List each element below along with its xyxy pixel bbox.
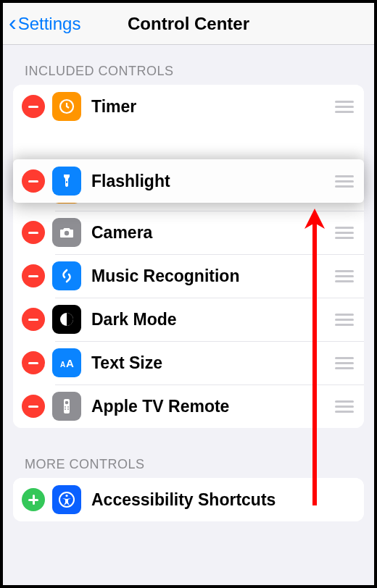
- remove-button[interactable]: [22, 169, 45, 193]
- darkmode-icon: [52, 305, 81, 334]
- svg-text:A: A: [66, 357, 74, 369]
- row-camera[interactable]: Camera: [13, 211, 364, 254]
- drag-handle-icon[interactable]: [331, 400, 354, 413]
- drag-handle-icon[interactable]: [331, 175, 354, 188]
- chevron-left-icon: ‹: [9, 11, 17, 34]
- section-header-more: More Controls: [3, 428, 374, 478]
- row-timer[interactable]: Timer: [13, 85, 364, 128]
- included-controls-list: Timer Calculator Camera: [13, 85, 364, 428]
- remove-button[interactable]: [22, 221, 45, 244]
- remove-button[interactable]: [22, 351, 45, 374]
- remove-button[interactable]: [22, 308, 45, 331]
- section-header-included: Included Controls: [3, 45, 374, 85]
- row-text-size[interactable]: AA Text Size: [13, 341, 364, 385]
- remove-button[interactable]: [22, 95, 45, 118]
- accessibility-icon: [52, 485, 81, 514]
- nav-bar: ‹ Settings Control Center: [3, 3, 374, 45]
- textsize-icon: AA: [52, 348, 81, 377]
- svg-point-16: [67, 406, 69, 408]
- row-music-recognition[interactable]: Music Recognition: [13, 254, 364, 298]
- svg-rect-19: [66, 181, 67, 183]
- more-controls-list: Accessibility Shortcuts: [13, 478, 364, 521]
- camera-icon: [52, 218, 81, 247]
- row-label: Timer: [91, 97, 331, 117]
- remote-icon: [52, 392, 81, 421]
- row-label: Dark Mode: [91, 310, 331, 329]
- row-label: Flashlight: [91, 172, 331, 191]
- svg-point-14: [65, 401, 69, 405]
- row-label: Apple TV Remote: [91, 397, 331, 416]
- svg-point-9: [65, 231, 69, 235]
- row-label: Camera: [91, 223, 331, 243]
- timer-icon: [52, 92, 81, 121]
- back-label: Settings: [18, 14, 81, 34]
- row-dark-mode[interactable]: Dark Mode: [13, 298, 364, 341]
- row-label: Text Size: [91, 353, 331, 373]
- remove-button[interactable]: [22, 264, 45, 287]
- remove-button[interactable]: [22, 395, 45, 418]
- flashlight-icon: [52, 167, 81, 196]
- row-label: Accessibility Shortcuts: [91, 490, 354, 510]
- back-button[interactable]: ‹ Settings: [9, 13, 80, 34]
- row-flashlight-dragging[interactable]: Flashlight: [13, 159, 364, 203]
- drag-handle-icon[interactable]: [331, 314, 354, 326]
- drag-handle-icon[interactable]: [331, 227, 354, 239]
- svg-text:A: A: [60, 361, 65, 369]
- svg-point-18: [67, 408, 69, 410]
- svg-point-17: [65, 408, 66, 410]
- drag-handle-icon[interactable]: [331, 357, 354, 369]
- row-label: Music Recognition: [91, 266, 331, 286]
- add-button[interactable]: [22, 488, 45, 511]
- row-apple-tv-remote[interactable]: Apple TV Remote: [13, 385, 364, 428]
- drag-handle-icon[interactable]: [331, 101, 354, 113]
- svg-point-15: [65, 406, 66, 408]
- row-accessibility-shortcuts[interactable]: Accessibility Shortcuts: [13, 478, 364, 521]
- shazam-icon: [52, 261, 81, 290]
- svg-point-21: [65, 495, 67, 497]
- drag-handle-icon[interactable]: [331, 270, 354, 282]
